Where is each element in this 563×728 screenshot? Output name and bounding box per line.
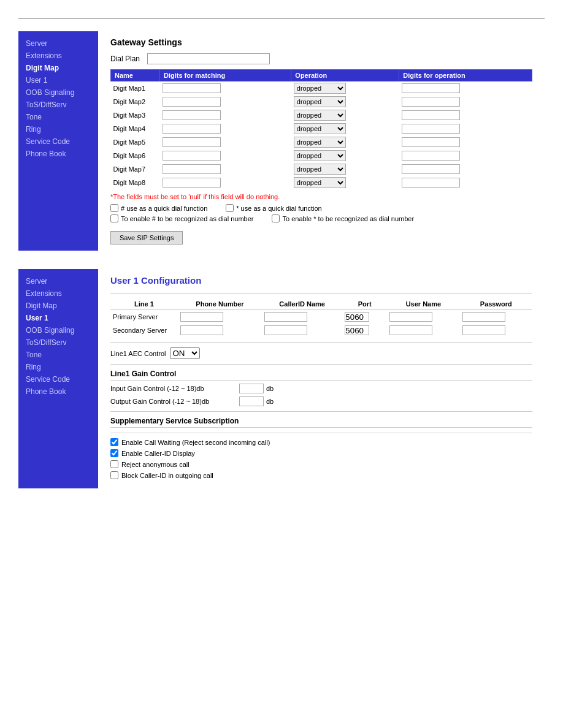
sup-item-1: Enable Caller-ID Display [110,449,532,457]
primary-phone-input[interactable] [180,312,223,322]
digit-map-operation-select-4[interactable]: droppedprependreplaceblock [294,137,346,148]
sidebar-item-phonebook-2[interactable]: Phone Book [18,385,98,398]
sidebar-item-digitmap-1[interactable]: Digit Map [18,62,98,74]
digit-map-operation-select-3[interactable]: droppedprependreplaceblock [294,123,346,134]
checkbox-star-dial-input[interactable] [272,214,280,222]
checkbox-star-dial: To enable * to be recognized as dial num… [272,214,414,222]
sidebar-item-server-1[interactable]: Server [18,37,98,50]
sidebar-2: Server Extensions Digit Map User 1 OOB S… [18,269,98,488]
digit-map-op-digits-7 [399,176,532,189]
sup-checkbox-3[interactable] [110,471,118,479]
digit-map-digits-input-4[interactable] [163,137,221,147]
digit-map-op-digits-input-1[interactable] [402,97,460,107]
section-digit-map: Server Extensions Digit Map User 1 OOB S… [18,31,545,251]
input-gain-input[interactable] [239,384,264,393]
digit-map-op-digits-input-5[interactable] [402,151,460,161]
sidebar-item-tos-1[interactable]: ToS/DiffServ [18,99,98,111]
null-note: *The fields must be set to 'null' if thi… [110,193,532,200]
primary-port-cell [342,310,387,324]
sidebar-item-user1-2[interactable]: User 1 [18,312,98,324]
checkbox-group: # use as a quick dial function * use as … [110,204,532,212]
digit-map-digits-3 [160,122,291,135]
checkbox-hash-dial-input[interactable] [110,214,118,222]
checkbox-star-quick-input[interactable] [226,204,234,212]
secondary-callerid-cell [262,324,342,337]
digit-map-op-digits-input-6[interactable] [402,164,460,174]
sidebar-item-oob-2[interactable]: OOB Signaling [18,324,98,336]
output-gain-unit: db [266,398,274,405]
digit-map-digits-input-7[interactable] [163,178,221,188]
digit-map-op-digits-input-2[interactable] [402,110,460,120]
digit-map-digits-input-6[interactable] [163,164,221,174]
digit-map-operation-select-2[interactable]: droppedprependreplaceblock [294,110,346,121]
sidebar-item-user1-1[interactable]: User 1 [18,74,98,86]
sidebar-item-tone-2[interactable]: Tone [18,349,98,361]
user-config-table: Line 1 Phone Number CallerID Name Port U… [110,298,532,337]
digit-map-digits-input-2[interactable] [163,110,221,120]
digit-map-op-digits-input-3[interactable] [402,124,460,134]
primary-password-input[interactable] [462,312,505,322]
gain-divider [110,364,532,365]
secondary-username-input[interactable] [389,325,432,335]
secondary-callerid-input[interactable] [264,325,307,335]
digit-map-row-1: Digit Map2droppedprependreplaceblock [111,95,532,108]
digit-map-digits-input-1[interactable] [163,97,221,107]
sidebar-item-oob-1[interactable]: OOB Signaling [18,86,98,99]
checkbox-hash-quick-label: # use as a quick dial function [121,205,207,212]
checkbox-hash-quick-input[interactable] [110,204,118,212]
secondary-phone-cell [178,324,262,337]
digit-map-operation-select-6[interactable]: droppedprependreplaceblock [294,164,346,175]
sup-checkbox-1[interactable] [110,449,118,457]
secondary-password-input[interactable] [462,325,505,335]
digit-map-op-digits-0 [399,82,532,96]
sidebar-item-phonebook-1[interactable]: Phone Book [18,148,98,160]
digit-map-digits-input-3[interactable] [163,124,221,134]
digit-map-operation-select-1[interactable]: droppedprependreplaceblock [294,96,346,107]
output-gain-input[interactable] [239,396,264,406]
sidebar-item-ring-1[interactable]: Ring [18,123,98,135]
sup-checkbox-2[interactable] [110,460,118,468]
digit-map-digits-input-5[interactable] [163,151,221,161]
sidebar-item-servicecode-2[interactable]: Service Code [18,373,98,385]
line1-aec-select[interactable]: ON OFF [170,347,200,359]
digit-map-op-digits-input-4[interactable] [402,137,460,147]
user1-config-title: User 1 Configuration [110,275,532,286]
checkbox-row-2: To enable # to be recognized as dial num… [110,214,532,222]
sidebar-item-extensions-2[interactable]: Extensions [18,287,98,300]
line1-aec-label: Line1 AEC Control [110,350,166,357]
digit-map-digits-input-0[interactable] [163,83,221,93]
digit-map-op-digits-input-0[interactable] [402,83,460,93]
secondary-phone-input[interactable] [180,325,223,335]
primary-callerid-input[interactable] [264,312,307,322]
save-sip-button[interactable]: Save SIP Settings [110,231,183,245]
sup-checkbox-0[interactable] [110,438,118,446]
sidebar-item-servicecode-1[interactable]: Service Code [18,135,98,148]
sup-service-title: Supplementary Service Subscription [110,417,532,428]
sidebar-item-extensions-1[interactable]: Extensions [18,50,98,62]
dial-plan-input[interactable] [147,53,270,64]
digit-map-row-7: Digit Map8droppedprependreplaceblock [111,176,532,189]
output-gain-label: Output Gain Control (-12 ~ 18)db [110,398,239,405]
secondary-port-input[interactable] [345,325,369,335]
sidebar-item-tone-1[interactable]: Tone [18,111,98,123]
primary-phone-cell [178,310,262,324]
primary-username-input[interactable] [389,312,432,322]
primary-callerid-cell [262,310,342,324]
sup-label-2: Reject anonymous call [121,461,190,468]
digit-map-op-digits-input-7[interactable] [402,178,460,188]
digit-map-operation-select-7[interactable]: droppedprependreplaceblock [294,177,346,188]
digit-map-name-2: Digit Map3 [111,108,160,122]
th-port: Port [342,298,387,310]
sidebar-item-tos-2[interactable]: ToS/DiffServ [18,336,98,349]
digit-map-op-digits-2 [399,108,532,122]
digit-map-op-digits-3 [399,122,532,135]
primary-port-input[interactable] [345,312,369,322]
sup-label-0: Enable Call Waiting (Reject second incom… [121,439,270,446]
sidebar-item-ring-2[interactable]: Ring [18,361,98,373]
digit-map-operation-select-5[interactable]: droppedprependreplaceblock [294,150,346,161]
top-divider [18,18,545,19]
sidebar-item-digitmap-2[interactable]: Digit Map [18,300,98,312]
digit-map-operation-select-0[interactable]: droppedprependreplaceblock [294,83,346,94]
digit-map-op-digits-4 [399,135,532,149]
sidebar-item-server-2[interactable]: Server [18,275,98,287]
